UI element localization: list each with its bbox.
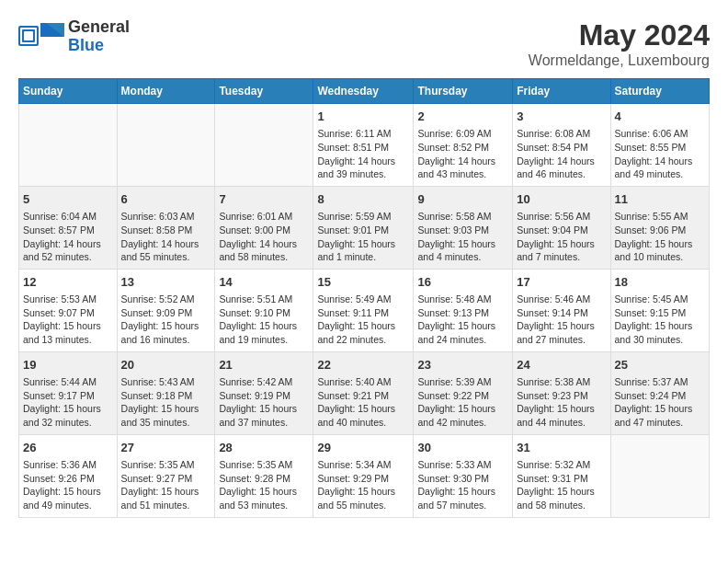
calendar-day-10: 10Sunrise: 5:56 AMSunset: 9:04 PMDayligh… [513, 186, 610, 269]
day-number: 1 [317, 109, 409, 125]
calendar-day-12: 12Sunrise: 5:53 AMSunset: 9:07 PMDayligh… [19, 269, 118, 351]
day-number: 21 [219, 357, 309, 373]
day-number: 7 [219, 191, 309, 208]
day-number: 18 [615, 274, 705, 291]
month-title: May 2024 [529, 18, 710, 52]
day-info: Sunrise: 5:32 AMSunset: 9:31 PMDaylight:… [517, 458, 606, 512]
calendar-day-14: 14Sunrise: 5:51 AMSunset: 9:10 PMDayligh… [215, 269, 313, 351]
calendar-day-15: 15Sunrise: 5:49 AMSunset: 9:11 PMDayligh… [313, 269, 414, 351]
weekday-header-tuesday: Tuesday [215, 79, 313, 104]
calendar-day-19: 19Sunrise: 5:44 AMSunset: 9:17 PMDayligh… [19, 351, 118, 434]
day-info: Sunrise: 5:38 AMSunset: 9:23 PMDaylight:… [517, 375, 606, 430]
day-info: Sunrise: 5:33 AMSunset: 9:30 PMDaylight:… [417, 458, 508, 512]
day-info: Sunrise: 5:46 AMSunset: 9:14 PMDaylight:… [517, 293, 606, 347]
calendar-day-3: 3Sunrise: 6:08 AMSunset: 8:54 PMDaylight… [513, 104, 610, 187]
calendar-empty-cell [19, 104, 118, 187]
day-number: 5 [23, 191, 113, 208]
calendar-empty-cell [215, 104, 313, 187]
calendar-day-30: 30Sunrise: 5:33 AMSunset: 9:30 PMDayligh… [414, 434, 513, 517]
day-info: Sunrise: 5:40 AMSunset: 9:21 PMDaylight:… [317, 375, 409, 430]
day-number: 16 [417, 274, 508, 291]
day-info: Sunrise: 5:43 AMSunset: 9:18 PMDaylight:… [121, 375, 211, 430]
day-number: 23 [417, 357, 508, 373]
calendar-day-23: 23Sunrise: 5:39 AMSunset: 9:22 PMDayligh… [414, 351, 513, 434]
logo: General Blue [18, 18, 130, 55]
day-info: Sunrise: 5:59 AMSunset: 9:01 PMDaylight:… [317, 210, 409, 264]
calendar-day-28: 28Sunrise: 5:35 AMSunset: 9:28 PMDayligh… [215, 434, 313, 517]
day-number: 15 [317, 274, 409, 291]
calendar-day-29: 29Sunrise: 5:34 AMSunset: 9:29 PMDayligh… [313, 434, 414, 517]
day-number: 20 [121, 357, 211, 373]
day-info: Sunrise: 5:44 AMSunset: 9:17 PMDaylight:… [23, 375, 113, 430]
calendar-header-row: SundayMondayTuesdayWednesdayThursdayFrid… [19, 79, 710, 104]
day-info: Sunrise: 6:04 AMSunset: 8:57 PMDaylight:… [23, 210, 113, 264]
calendar-day-22: 22Sunrise: 5:40 AMSunset: 9:21 PMDayligh… [313, 351, 414, 434]
weekday-header-thursday: Thursday [414, 79, 513, 104]
day-number: 13 [121, 274, 211, 291]
calendar-week-row: 19Sunrise: 5:44 AMSunset: 9:17 PMDayligh… [19, 351, 710, 434]
calendar-day-24: 24Sunrise: 5:38 AMSunset: 9:23 PMDayligh… [513, 351, 610, 434]
calendar-day-11: 11Sunrise: 5:55 AMSunset: 9:06 PMDayligh… [610, 186, 709, 269]
calendar-day-18: 18Sunrise: 5:45 AMSunset: 9:15 PMDayligh… [610, 269, 709, 351]
day-info: Sunrise: 5:48 AMSunset: 9:13 PMDaylight:… [417, 293, 508, 347]
weekday-header-saturday: Saturday [610, 79, 709, 104]
day-number: 4 [615, 109, 705, 125]
logo-icon [18, 18, 64, 55]
day-info: Sunrise: 5:36 AMSunset: 9:26 PMDaylight:… [23, 458, 113, 512]
day-number: 25 [615, 357, 705, 373]
day-number: 8 [317, 191, 409, 208]
svg-rect-3 [24, 31, 33, 40]
calendar-day-20: 20Sunrise: 5:43 AMSunset: 9:18 PMDayligh… [117, 351, 215, 434]
day-number: 12 [23, 274, 113, 291]
day-number: 11 [615, 191, 705, 208]
calendar-day-5: 5Sunrise: 6:04 AMSunset: 8:57 PMDaylight… [19, 186, 118, 269]
day-number: 9 [417, 191, 508, 208]
calendar-day-27: 27Sunrise: 5:35 AMSunset: 9:27 PMDayligh… [117, 434, 215, 517]
day-number: 31 [517, 440, 606, 456]
day-number: 17 [517, 274, 606, 291]
day-number: 27 [121, 440, 211, 456]
day-info: Sunrise: 5:49 AMSunset: 9:11 PMDaylight:… [317, 293, 409, 347]
calendar-week-row: 5Sunrise: 6:04 AMSunset: 8:57 PMDaylight… [19, 186, 710, 269]
day-info: Sunrise: 5:45 AMSunset: 9:15 PMDaylight:… [615, 293, 705, 347]
calendar-day-21: 21Sunrise: 5:42 AMSunset: 9:19 PMDayligh… [215, 351, 313, 434]
day-info: Sunrise: 5:42 AMSunset: 9:19 PMDaylight:… [219, 375, 309, 430]
weekday-header-sunday: Sunday [19, 79, 118, 104]
calendar-week-row: 1Sunrise: 6:11 AMSunset: 8:51 PMDaylight… [19, 104, 710, 187]
day-info: Sunrise: 5:55 AMSunset: 9:06 PMDaylight:… [615, 210, 705, 264]
calendar-day-8: 8Sunrise: 5:59 AMSunset: 9:01 PMDaylight… [313, 186, 414, 269]
day-info: Sunrise: 6:09 AMSunset: 8:52 PMDaylight:… [417, 127, 508, 181]
day-info: Sunrise: 5:52 AMSunset: 9:09 PMDaylight:… [121, 293, 211, 347]
calendar-day-17: 17Sunrise: 5:46 AMSunset: 9:14 PMDayligh… [513, 269, 610, 351]
calendar-day-1: 1Sunrise: 6:11 AMSunset: 8:51 PMDaylight… [313, 104, 414, 187]
day-number: 29 [317, 440, 409, 456]
calendar-day-2: 2Sunrise: 6:09 AMSunset: 8:52 PMDaylight… [414, 104, 513, 187]
calendar-empty-cell [117, 104, 215, 187]
calendar-day-13: 13Sunrise: 5:52 AMSunset: 9:09 PMDayligh… [117, 269, 215, 351]
calendar-week-row: 26Sunrise: 5:36 AMSunset: 9:26 PMDayligh… [19, 434, 710, 517]
day-info: Sunrise: 6:08 AMSunset: 8:54 PMDaylight:… [517, 127, 606, 181]
day-number: 28 [219, 440, 309, 456]
day-number: 14 [219, 274, 309, 291]
day-info: Sunrise: 5:39 AMSunset: 9:22 PMDaylight:… [417, 375, 508, 430]
day-info: Sunrise: 5:51 AMSunset: 9:10 PMDaylight:… [219, 293, 309, 347]
calendar-day-9: 9Sunrise: 5:58 AMSunset: 9:03 PMDaylight… [414, 186, 513, 269]
day-info: Sunrise: 6:11 AMSunset: 8:51 PMDaylight:… [317, 127, 409, 181]
day-info: Sunrise: 5:35 AMSunset: 9:27 PMDaylight:… [121, 458, 211, 512]
day-number: 30 [417, 440, 508, 456]
day-number: 22 [317, 357, 409, 373]
day-number: 10 [517, 191, 606, 208]
title-area: May 2024 Wormeldange, Luxembourg [529, 18, 710, 69]
calendar-day-31: 31Sunrise: 5:32 AMSunset: 9:31 PMDayligh… [513, 434, 610, 517]
calendar-day-16: 16Sunrise: 5:48 AMSunset: 9:13 PMDayligh… [414, 269, 513, 351]
calendar-day-7: 7Sunrise: 6:01 AMSunset: 9:00 PMDaylight… [215, 186, 313, 269]
day-info: Sunrise: 5:53 AMSunset: 9:07 PMDaylight:… [23, 293, 113, 347]
calendar-day-4: 4Sunrise: 6:06 AMSunset: 8:55 PMDaylight… [610, 104, 709, 187]
day-info: Sunrise: 5:34 AMSunset: 9:29 PMDaylight:… [317, 458, 409, 512]
day-info: Sunrise: 6:06 AMSunset: 8:55 PMDaylight:… [615, 127, 705, 181]
day-info: Sunrise: 6:03 AMSunset: 8:58 PMDaylight:… [121, 210, 211, 264]
day-info: Sunrise: 5:56 AMSunset: 9:04 PMDaylight:… [517, 210, 606, 264]
calendar-day-6: 6Sunrise: 6:03 AMSunset: 8:58 PMDaylight… [117, 186, 215, 269]
day-number: 6 [121, 191, 211, 208]
weekday-header-monday: Monday [117, 79, 215, 104]
